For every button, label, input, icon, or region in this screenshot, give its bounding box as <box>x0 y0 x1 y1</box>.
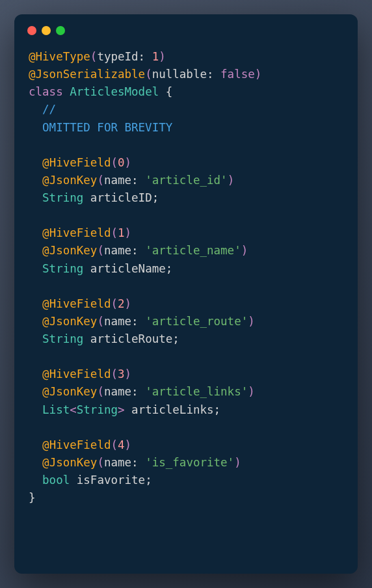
type-string: String <box>42 191 83 204</box>
annotation-jsonkey: JsonKey <box>49 244 98 257</box>
field-articleLinks: articleLinks <box>131 403 213 416</box>
at-symbol: @ <box>42 297 49 310</box>
param-typeid: typeId <box>97 50 138 63</box>
rparen: ) <box>125 226 132 239</box>
rparen: ) <box>125 368 132 381</box>
number-3: 3 <box>118 368 125 381</box>
annotation-hivetype: HiveType <box>36 50 90 63</box>
annotation-jsonserializable: JsonSerializable <box>36 68 146 81</box>
lt: < <box>70 403 77 416</box>
at-symbol: @ <box>42 226 49 239</box>
type-string: String <box>77 403 118 416</box>
rparen: ) <box>241 244 248 257</box>
lparen: ( <box>111 226 118 239</box>
lparen: ( <box>97 244 104 257</box>
bool-false: false <box>220 68 255 81</box>
colon: : <box>131 244 139 257</box>
param-name: name <box>104 385 131 398</box>
colon: : <box>131 315 139 328</box>
code-window: @HiveType(typeId: 1) @JsonSerializable(n… <box>14 14 358 574</box>
param-name: name <box>104 456 131 469</box>
annotation-jsonkey: JsonKey <box>49 456 98 469</box>
semi: ; <box>166 262 173 275</box>
colon: : <box>207 68 214 81</box>
string-article-links: 'article_links' <box>145 385 248 398</box>
field-isFavorite: isFavorite <box>77 474 145 487</box>
rparen: ) <box>159 50 166 63</box>
lparen: ( <box>90 50 98 63</box>
string-is-favorite: 'is_favorite' <box>145 456 234 469</box>
colon: : <box>131 456 139 469</box>
lparen: ( <box>111 368 118 381</box>
type-string: String <box>42 332 83 345</box>
lparen: ( <box>97 385 104 398</box>
type-list: List <box>42 403 70 416</box>
param-name: name <box>104 315 131 328</box>
rparen: ) <box>234 456 241 469</box>
number-1: 1 <box>118 226 125 239</box>
field-articleID: articleID <box>90 191 152 204</box>
close-icon[interactable] <box>27 26 36 35</box>
field-articleRoute: articleRoute <box>90 332 172 345</box>
at-symbol: @ <box>29 68 36 81</box>
number-0: 0 <box>118 156 125 169</box>
rparen: ) <box>228 174 235 187</box>
param-nullable: nullable <box>152 68 207 81</box>
annotation-hivefield: HiveField <box>49 156 111 169</box>
rparen: ) <box>125 156 132 169</box>
semi: ; <box>172 332 179 345</box>
maximize-icon[interactable] <box>56 26 65 35</box>
code-block: @HiveType(typeId: 1) @JsonSerializable(n… <box>14 42 358 521</box>
string-article-id: 'article_id' <box>145 174 227 187</box>
annotation-hivefield: HiveField <box>49 368 111 381</box>
lparen: ( <box>97 174 104 187</box>
annotation-hivefield: HiveField <box>49 226 111 239</box>
at-symbol: @ <box>42 315 49 328</box>
at-symbol: @ <box>42 156 49 169</box>
comment-slash: // <box>42 103 56 116</box>
rparen: ) <box>255 68 262 81</box>
at-symbol: @ <box>42 385 49 398</box>
lparen: ( <box>111 438 118 451</box>
annotation-jsonkey: JsonKey <box>49 174 98 187</box>
titlebar <box>14 14 358 42</box>
param-name: name <box>104 174 131 187</box>
annotation-jsonkey: JsonKey <box>49 385 98 398</box>
lparen: ( <box>97 456 104 469</box>
at-symbol: @ <box>42 174 49 187</box>
colon: : <box>131 174 139 187</box>
at-symbol: @ <box>29 50 36 63</box>
minimize-icon[interactable] <box>42 26 51 35</box>
gt: > <box>118 403 125 416</box>
rparen: ) <box>248 385 255 398</box>
type-string: String <box>42 262 83 275</box>
at-symbol: @ <box>42 456 49 469</box>
comment-text: OMITTED FOR BREVITY <box>42 121 172 134</box>
param-name: name <box>104 244 131 257</box>
number-4: 4 <box>118 438 125 451</box>
at-symbol: @ <box>42 244 49 257</box>
field-articleName: articleName <box>90 262 166 275</box>
rbrace: } <box>29 491 36 504</box>
colon: : <box>139 50 146 63</box>
string-article-name: 'article_name' <box>145 244 241 257</box>
annotation-hivefield: HiveField <box>49 438 111 451</box>
type-bool: bool <box>42 474 70 487</box>
colon: : <box>131 385 139 398</box>
rparen: ) <box>248 315 255 328</box>
semi: ; <box>214 403 221 416</box>
at-symbol: @ <box>42 438 49 451</box>
rparen: ) <box>125 297 132 310</box>
lparen: ( <box>97 315 104 328</box>
lbrace: { <box>166 85 173 98</box>
lparen: ( <box>111 297 118 310</box>
lparen: ( <box>111 156 118 169</box>
at-symbol: @ <box>42 368 49 381</box>
number-1: 1 <box>152 50 159 63</box>
class-name: ArticlesModel <box>70 85 159 98</box>
semi: ; <box>145 474 152 487</box>
lparen: ( <box>145 68 152 81</box>
semi: ; <box>152 191 159 204</box>
annotation-hivefield: HiveField <box>49 297 111 310</box>
rparen: ) <box>125 438 132 451</box>
